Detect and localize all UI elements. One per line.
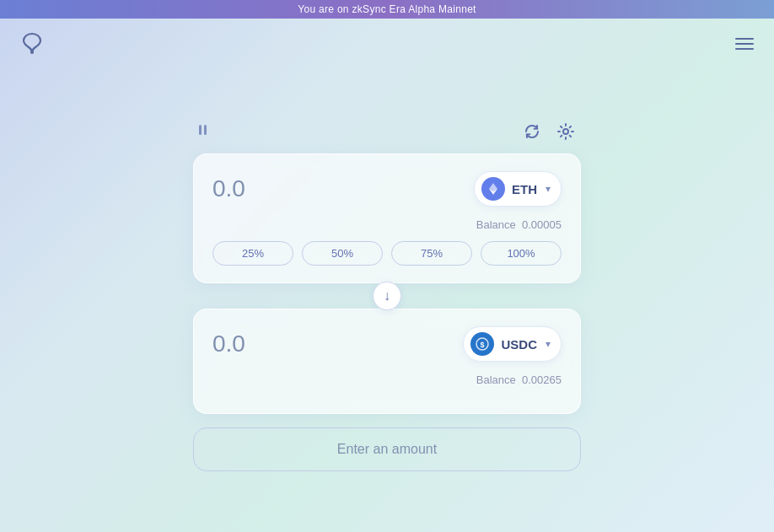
top-banner: You are on zkSync Era Alpha Mainnet — [0, 0, 774, 19]
svg-point-3 — [563, 129, 568, 134]
eth-token-icon — [481, 177, 505, 201]
from-token-top: ETH ▾ — [212, 171, 562, 207]
swap-direction-button[interactable]: ↓ — [373, 282, 401, 310]
to-amount-input[interactable] — [212, 330, 381, 357]
pct-50-button[interactable]: 50% — [302, 241, 383, 266]
header — [0, 19, 774, 69]
main-content: ETH ▾ Balance 0.00005 25% 50% 75% 100% ↓ — [0, 69, 774, 532]
to-balance-text: Balance 0.00265 — [476, 373, 562, 386]
logo — [17, 29, 47, 59]
from-token-chevron: ▾ — [546, 183, 551, 195]
svg-point-0 — [30, 51, 34, 54]
hamburger-line-2 — [735, 43, 754, 45]
header-actions — [520, 120, 578, 143]
svg-rect-2 — [204, 125, 207, 135]
swap-container: ETH ▾ Balance 0.00005 25% 50% 75% 100% ↓ — [193, 120, 581, 471]
swap-down-arrow-icon: ↓ — [384, 288, 390, 304]
enter-amount-button[interactable]: Enter an amount — [193, 427, 581, 471]
pct-75-button[interactable]: 75% — [391, 241, 472, 266]
to-token-card: $ USDC ▾ Balance 0.00265 — [193, 309, 581, 414]
svg-text:$: $ — [481, 341, 485, 349]
pct-100-button[interactable]: 100% — [481, 241, 562, 266]
percentage-buttons: 25% 50% 75% 100% — [212, 241, 562, 266]
swap-header — [193, 120, 581, 143]
banner-text: You are on zkSync Era Alpha Mainnet — [298, 3, 476, 15]
refresh-icon[interactable] — [520, 120, 544, 143]
settings-icon[interactable] — [554, 120, 578, 143]
from-amount-input[interactable] — [212, 175, 381, 202]
to-token-chevron: ▾ — [546, 338, 551, 350]
svg-rect-1 — [199, 125, 202, 135]
swap-arrow-container: ↓ — [193, 282, 581, 310]
to-balance-row: Balance 0.00265 — [212, 373, 562, 386]
hamburger-icon[interactable] — [732, 35, 757, 53]
to-token-top: $ USDC ▾ — [212, 326, 562, 362]
usdc-token-icon: $ — [470, 332, 494, 356]
swap-columns-icon[interactable] — [196, 121, 215, 143]
from-token-selector[interactable]: ETH ▾ — [474, 171, 562, 207]
to-token-selector[interactable]: $ USDC ▾ — [463, 326, 562, 362]
from-token-card: ETH ▾ Balance 0.00005 25% 50% 75% 100% — [193, 153, 581, 283]
pct-25-button[interactable]: 25% — [212, 241, 293, 266]
from-token-symbol: ETH — [512, 182, 537, 196]
from-balance-row: Balance 0.00005 — [212, 218, 562, 231]
to-token-symbol: USDC — [501, 337, 537, 352]
from-balance-text: Balance 0.00005 — [476, 218, 562, 231]
hamburger-line-1 — [735, 38, 754, 40]
hamburger-line-3 — [735, 48, 754, 50]
